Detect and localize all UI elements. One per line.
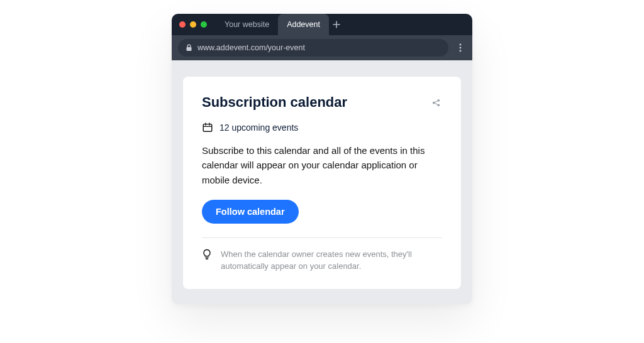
tab-label: Addevent <box>287 20 320 29</box>
stage: Your website Addevent www.addevent.com/y… <box>0 0 644 343</box>
close-window-icon[interactable] <box>179 21 186 28</box>
calendar-description: Subscribe to this calendar and all of th… <box>202 143 442 187</box>
svg-point-3 <box>460 50 462 52</box>
tab-your-website[interactable]: Your website <box>216 14 278 35</box>
divider <box>202 237 442 238</box>
tip-row: When the calendar owner creates new even… <box>202 248 442 273</box>
page-viewport: Subscription calendar <box>172 60 472 304</box>
share-icon <box>431 98 441 107</box>
calendar-card: Subscription calendar <box>183 77 461 289</box>
tab-addevent[interactable]: Addevent <box>278 14 329 35</box>
maximize-window-icon[interactable] <box>201 21 207 28</box>
window-controls <box>179 21 207 28</box>
browser-menu-button[interactable] <box>455 39 466 57</box>
url-text: www.addevent.com/your-event <box>197 43 305 52</box>
card-header: Subscription calendar <box>202 94 442 111</box>
follow-calendar-label: Follow calendar <box>216 207 285 217</box>
svg-rect-0 <box>187 47 192 51</box>
page-title: Subscription calendar <box>202 94 347 111</box>
svg-rect-7 <box>203 124 212 132</box>
tab-label: Your website <box>225 20 269 29</box>
calendar-icon <box>202 122 213 133</box>
upcoming-events-text: 12 upcoming events <box>219 122 298 133</box>
lightbulb-icon <box>202 249 212 260</box>
address-bar[interactable]: www.addevent.com/your-event <box>178 39 448 57</box>
follow-calendar-button[interactable]: Follow calendar <box>202 200 299 224</box>
lock-icon <box>186 44 192 52</box>
share-button[interactable] <box>430 96 442 109</box>
browser-window: Your website Addevent www.addevent.com/y… <box>172 14 472 304</box>
browser-toolbar: www.addevent.com/your-event <box>172 35 472 60</box>
minimize-window-icon[interactable] <box>190 21 196 28</box>
svg-point-2 <box>460 47 462 49</box>
browser-tabs: Your website Addevent <box>216 14 344 35</box>
upcoming-events-row: 12 upcoming events <box>202 122 442 133</box>
svg-point-1 <box>460 44 462 46</box>
kebab-icon <box>459 43 462 52</box>
browser-titlebar: Your website Addevent <box>172 14 472 35</box>
new-tab-button[interactable] <box>329 14 344 35</box>
plus-icon <box>333 21 340 28</box>
tip-text: When the calendar owner creates new even… <box>221 248 442 273</box>
